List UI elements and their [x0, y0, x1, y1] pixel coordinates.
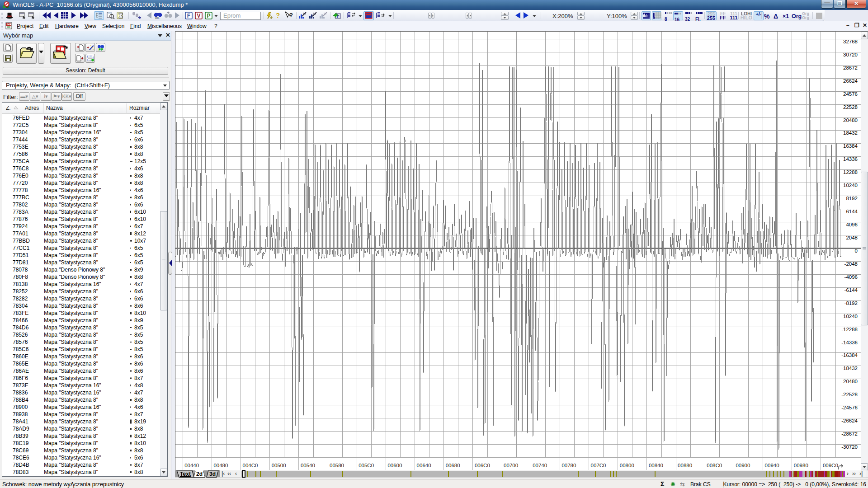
svg-text:00800: 00800 — [620, 463, 634, 468]
svg-text:16384: 16384 — [843, 143, 858, 149]
svg-text:26624: 26624 — [843, 78, 858, 84]
svg-text:00840: 00840 — [649, 463, 663, 468]
svg-text:PP: PP — [99, 47, 104, 51]
svg-text:-28672: -28672 — [841, 431, 858, 436]
svg-text:12288: 12288 — [843, 169, 858, 175]
svg-text:22528: 22528 — [843, 104, 858, 110]
svg-text:-8192: -8192 — [844, 300, 858, 306]
svg-text:28672: 28672 — [843, 65, 858, 70]
svg-text:004C0: 004C0 — [243, 463, 258, 468]
svg-text:3d: 3d — [209, 471, 216, 477]
svg-text:00880: 00880 — [678, 463, 692, 468]
svg-text:00540: 00540 — [301, 463, 315, 468]
svg-text:-22528: -22528 — [841, 392, 858, 397]
svg-text:10240: 10240 — [843, 183, 858, 188]
svg-text:2d: 2d — [196, 471, 203, 477]
svg-text:00900: 00900 — [736, 463, 750, 468]
svg-text:F: F — [187, 13, 190, 19]
svg-text:-30720: -30720 — [841, 444, 858, 450]
svg-text:00940: 00940 — [765, 463, 779, 468]
svg-text:32768: 32768 — [843, 39, 858, 44]
svg-text:IOI..: IOI.. — [155, 17, 160, 19]
svg-text:00480: 00480 — [213, 463, 228, 468]
svg-text:-4096: -4096 — [844, 274, 858, 280]
svg-text:?: ? — [289, 12, 293, 19]
svg-text:14336: 14336 — [843, 156, 858, 162]
svg-text:-20480: -20480 — [841, 379, 858, 384]
svg-text:00440: 00440 — [184, 463, 199, 468]
svg-text:-26624: -26624 — [841, 418, 858, 423]
svg-text:00580: 00580 — [330, 463, 344, 468]
svg-text:00700: 00700 — [504, 463, 518, 468]
svg-text:00740: 00740 — [533, 463, 547, 468]
svg-text:-18432: -18432 — [841, 366, 858, 371]
svg-text:24576: 24576 — [843, 91, 858, 97]
svg-text:00500: 00500 — [272, 463, 286, 468]
svg-text:4096: 4096 — [846, 222, 858, 227]
svg-text:00640: 00640 — [417, 463, 431, 468]
svg-text:-6144: -6144 — [844, 287, 858, 293]
svg-text:007C0: 007C0 — [591, 463, 606, 468]
svg-text:8192: 8192 — [846, 196, 858, 201]
svg-text:006C0: 006C0 — [475, 463, 490, 468]
svg-text:30720: 30720 — [843, 52, 858, 57]
svg-text:005C0: 005C0 — [359, 463, 374, 468]
svg-text:-14336: -14336 — [841, 340, 858, 345]
svg-text:IOI: IOI — [7, 23, 10, 26]
svg-text:00600: 00600 — [387, 463, 402, 468]
svg-text:008C0: 008C0 — [707, 463, 722, 468]
svg-text:20480: 20480 — [843, 117, 858, 123]
svg-text:Text: Text — [180, 471, 191, 477]
svg-text:P: P — [207, 13, 210, 19]
svg-text:009C0: 009C0 — [823, 463, 838, 468]
svg-text:00980: 00980 — [794, 463, 808, 468]
svg-text:2048: 2048 — [846, 235, 858, 240]
svg-text:-12288: -12288 — [841, 327, 858, 332]
svg-text:V: V — [197, 13, 200, 19]
svg-text:00680: 00680 — [446, 463, 460, 468]
svg-text:-10240: -10240 — [841, 314, 858, 319]
svg-text:6144: 6144 — [846, 209, 858, 214]
svg-text:-2048: -2048 — [844, 261, 858, 267]
svg-text:18432: 18432 — [843, 130, 858, 136]
svg-text:-16384: -16384 — [841, 352, 858, 358]
svg-text:-24576: -24576 — [841, 405, 858, 410]
svg-text:00780: 00780 — [561, 463, 576, 468]
svg-text:0: 0 — [855, 248, 858, 253]
